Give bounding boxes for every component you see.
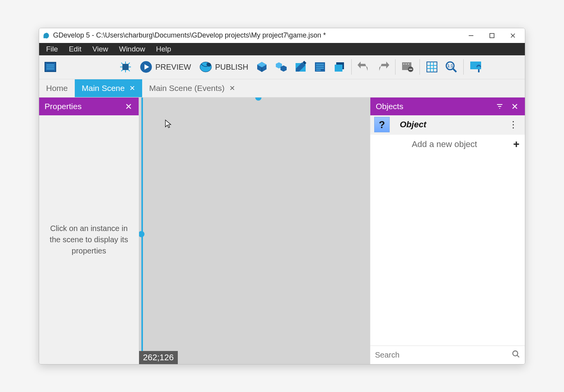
properties-close-icon[interactable] bbox=[124, 102, 133, 111]
objects-panel: Objects ? Object ⋮ Add a new object bbox=[370, 98, 525, 364]
svg-rect-32 bbox=[316, 64, 324, 65]
objects-list-button[interactable] bbox=[272, 58, 290, 76]
svg-rect-8 bbox=[46, 68, 54, 69]
properties-panel-button[interactable] bbox=[311, 58, 329, 76]
menu-help[interactable]: Help bbox=[151, 44, 177, 55]
toolbar-separator bbox=[351, 59, 352, 75]
window-title: GDevelop 5 - C:\Users\charburg\Documents… bbox=[53, 31, 465, 39]
svg-rect-43 bbox=[409, 69, 412, 70]
add-object-row[interactable]: Add a new object + bbox=[370, 135, 525, 154]
tab-close-icon[interactable]: ✕ bbox=[229, 84, 235, 92]
objects-header: Objects bbox=[370, 98, 525, 115]
edit-scene-button[interactable] bbox=[292, 58, 310, 76]
redo-button[interactable] bbox=[374, 58, 392, 76]
mask-toggle-button[interactable] bbox=[399, 58, 416, 76]
svg-rect-44 bbox=[427, 62, 437, 72]
svg-rect-1 bbox=[490, 33, 494, 38]
app-icon bbox=[42, 32, 50, 39]
object-row[interactable]: ? Object ⋮ bbox=[370, 115, 525, 135]
minimize-button[interactable] bbox=[465, 30, 477, 41]
objects-title: Objects bbox=[376, 102, 403, 111]
tab-home[interactable]: Home bbox=[39, 79, 75, 97]
properties-hint: Click on an instance in the scene to dis… bbox=[46, 223, 132, 257]
tab-close-icon[interactable]: ✕ bbox=[129, 84, 135, 92]
svg-line-15 bbox=[128, 70, 130, 71]
maximize-button[interactable] bbox=[486, 30, 498, 41]
svg-rect-9 bbox=[122, 64, 129, 70]
properties-header: Properties bbox=[39, 98, 139, 115]
objects-close-icon[interactable] bbox=[510, 102, 519, 111]
svg-rect-35 bbox=[316, 70, 321, 70]
svg-line-16 bbox=[128, 63, 130, 64]
window-controls bbox=[465, 30, 523, 41]
svg-rect-39 bbox=[403, 63, 404, 65]
canvas-origin-handle-top[interactable] bbox=[255, 98, 261, 101]
objects-list: ? Object ⋮ Add a new object + bbox=[370, 115, 525, 364]
titlebar: GDevelop 5 - C:\Users\charburg\Documents… bbox=[39, 28, 525, 43]
plus-icon: + bbox=[513, 138, 519, 151]
menu-edit[interactable]: Edit bbox=[64, 44, 87, 55]
project-manager-button[interactable] bbox=[41, 58, 59, 76]
app-window: GDevelop 5 - C:\Users\charburg\Documents… bbox=[39, 28, 525, 365]
preview-button[interactable]: PREVIEW bbox=[136, 58, 194, 76]
content-area: Properties Click on an instance in the s… bbox=[39, 97, 525, 364]
object-thumbnail-icon: ? bbox=[374, 117, 390, 132]
canvas-coordinates: 262;126 bbox=[139, 351, 178, 364]
undo-button[interactable] bbox=[355, 58, 373, 76]
svg-rect-37 bbox=[335, 65, 342, 72]
search-icon[interactable] bbox=[512, 350, 520, 360]
tab-bar: Home Main Scene ✕ Main Scene (Events) ✕ bbox=[39, 79, 525, 97]
filter-icon[interactable] bbox=[495, 101, 505, 111]
close-button[interactable] bbox=[507, 30, 519, 41]
properties-body: Click on an instance in the scene to dis… bbox=[39, 115, 139, 364]
svg-line-50 bbox=[453, 68, 456, 72]
object-more-icon[interactable]: ⋮ bbox=[507, 118, 519, 132]
objects-search bbox=[370, 346, 525, 364]
svg-rect-53 bbox=[478, 69, 480, 72]
svg-rect-33 bbox=[316, 66, 324, 67]
svg-rect-7 bbox=[46, 67, 54, 67]
svg-line-14 bbox=[121, 63, 123, 64]
properties-title: Properties bbox=[45, 102, 82, 111]
toolbar-separator bbox=[420, 59, 420, 75]
scene-canvas-container: 262;126 bbox=[139, 98, 370, 364]
canvas-origin-handle-left[interactable] bbox=[139, 231, 144, 237]
publish-button[interactable]: PUBLISH bbox=[196, 58, 251, 76]
tab-main-scene[interactable]: Main Scene ✕ bbox=[75, 79, 142, 97]
settings-button[interactable] bbox=[467, 58, 485, 76]
menubar: File Edit View Window Help bbox=[39, 43, 525, 55]
tab-main-scene-label: Main Scene bbox=[82, 84, 125, 93]
menu-file[interactable]: File bbox=[41, 44, 64, 55]
toolbar: PREVIEW PUBLISH bbox=[39, 55, 525, 79]
zoom-reset-button[interactable]: 1:1 bbox=[442, 58, 460, 76]
tab-home-label: Home bbox=[46, 84, 68, 93]
svg-rect-41 bbox=[408, 63, 409, 65]
canvas-axis-vertical bbox=[141, 98, 143, 364]
svg-rect-6 bbox=[46, 65, 54, 65]
svg-point-61 bbox=[513, 351, 518, 356]
svg-line-62 bbox=[517, 355, 519, 358]
properties-panel: Properties Click on an instance in the s… bbox=[39, 98, 139, 364]
toolbar-separator bbox=[395, 59, 395, 75]
grid-toggle-button[interactable] bbox=[423, 58, 441, 76]
add-object-label: Add a new object bbox=[376, 139, 513, 149]
search-input[interactable] bbox=[375, 351, 509, 359]
tab-main-scene-events[interactable]: Main Scene (Events) ✕ bbox=[142, 79, 242, 97]
layers-button[interactable] bbox=[330, 58, 348, 76]
object-name: Object bbox=[400, 120, 507, 130]
cursor-icon bbox=[165, 119, 172, 131]
menu-window[interactable]: Window bbox=[113, 44, 151, 55]
add-object-button[interactable] bbox=[253, 58, 271, 76]
svg-line-17 bbox=[121, 70, 123, 71]
svg-rect-34 bbox=[316, 68, 324, 68]
svg-rect-40 bbox=[406, 63, 407, 65]
svg-text:1:1: 1:1 bbox=[447, 64, 453, 68]
tab-main-scene-events-label: Main Scene (Events) bbox=[149, 84, 225, 93]
publish-label: PUBLISH bbox=[215, 63, 248, 72]
scene-canvas[interactable]: 262;126 bbox=[139, 98, 370, 364]
toolbar-separator bbox=[463, 59, 464, 75]
menu-view[interactable]: View bbox=[87, 44, 113, 55]
preview-label: PREVIEW bbox=[155, 63, 191, 72]
debug-button[interactable] bbox=[117, 58, 134, 76]
